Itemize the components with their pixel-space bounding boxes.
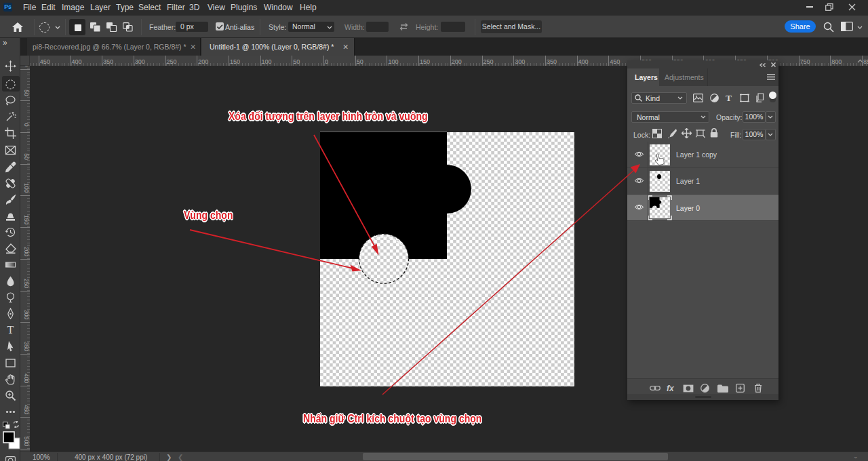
svg-text:T: T (7, 324, 14, 336)
